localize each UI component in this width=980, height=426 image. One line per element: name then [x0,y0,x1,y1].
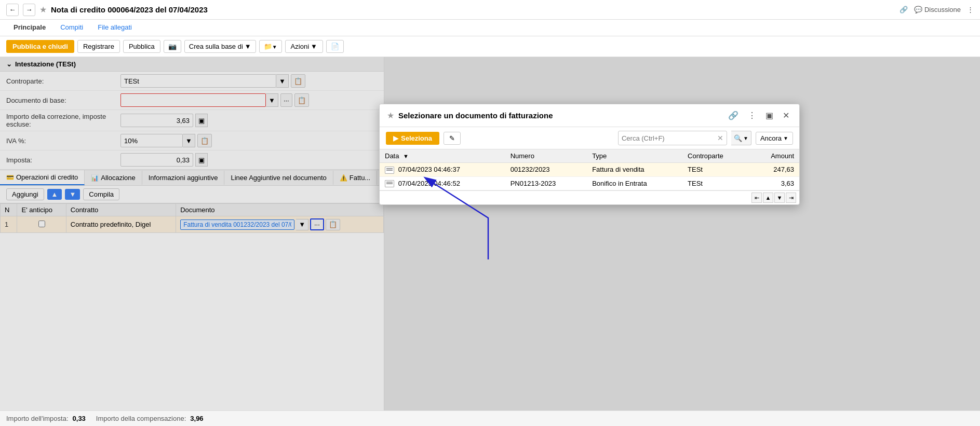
back-button[interactable]: ← [6,4,19,16]
modal-col-type[interactable]: Type [587,149,682,163]
modal-dialog: ★ Selezionare un documento di fatturazio… [379,104,800,205]
search-box: ✕ [618,131,727,145]
publish-close-button[interactable]: Pubblica e chiudi [6,40,74,53]
chevron-down-icon-2: ▼ [272,44,277,50]
discussion-button[interactable]: 💬 Discussione [914,6,961,13]
modal-cell-data-1: 07/04/2023 04:46:37 [380,163,505,177]
doc-icon-1 [385,167,394,174]
actions-button[interactable]: Azioni ▼ [285,40,323,53]
modal-col-amount[interactable]: Amount [750,149,799,163]
modal-col-numero[interactable]: Numero [505,149,587,163]
publish-button[interactable]: Pubblica [123,40,160,53]
search-icon: 🔍 [734,134,742,142]
compensazione-status-label: Importo della compensazione: [96,415,186,422]
modal-cell-type-2: Bonifico in Entrata [587,176,682,190]
modal-row-2[interactable]: 07/04/2023 04:46:52 PN01213-2023 Bonific… [380,176,799,190]
chevron-down-icon: ▼ [245,43,251,50]
doc-icon-button[interactable]: 📄 [326,40,344,53]
modal-link-button[interactable]: 🔗 [726,109,741,121]
modal-table: Data ▼ Numero Type Controparte Amount 07… [380,149,799,190]
importo-status-value: 0,33 [73,415,86,422]
compensazione-status: Importo della compensazione: 3,96 [96,415,204,422]
modal-cell-controparte-1: TESt [682,163,750,177]
chat-icon: 💬 [914,6,922,13]
modal-footer: ⇤ ▲ ▼ ⇥ [380,190,799,204]
more-icon[interactable]: ⋮ [967,6,974,13]
modal-col-data[interactable]: Data ▼ [380,149,505,163]
ancora-button[interactable]: Ancora ▼ [756,132,793,145]
tab-principale[interactable]: Principale [6,20,53,35]
select-icon: ▶ [393,134,398,142]
nav-tabs: Principale Compiti File allegati [0,20,980,36]
chevron-down-icon-3: ▼ [311,43,317,50]
top-bar: ← → ★ Nota di credito 000064/2023 del 07… [0,0,980,20]
forward-button[interactable]: → [23,4,35,16]
scroll-up-btn[interactable]: ▲ [763,193,773,203]
chevron-down-icon-ancora: ▼ [783,135,788,141]
main-toolbar: Pubblica e chiudi Registrare Pubblica 📷 … [0,36,980,57]
orange-icon-button[interactable]: 📷 [164,40,181,53]
modal-table-wrap: Data ▼ Numero Type Controparte Amount 07… [380,149,799,190]
tab-compiti[interactable]: Compiti [53,20,90,35]
link-icon[interactable]: 🔗 [900,6,908,13]
modal-header-actions: 🔗 ⋮ ▣ ✕ [726,109,792,121]
compensazione-status-value: 3,96 [190,415,203,422]
select-button[interactable]: ▶ Seleziona [386,132,439,145]
status-bar: Importo dell'imposta: 0,33 Importo della… [0,410,980,426]
search-dropdown-button[interactable]: 🔍 ▼ [731,131,751,145]
chevron-down-icon-search: ▼ [743,135,748,141]
scroll-bottom-btn[interactable]: ⇥ [786,193,796,203]
modal-cell-data-2: 07/04/2023 04:46:52 [380,176,505,190]
modal-cell-numero-1: 001232/2023 [505,163,587,177]
modal-maximize-button[interactable]: ▣ [763,109,776,121]
modal-cell-amount-2: 3,63 [750,176,799,190]
register-button[interactable]: Registrare [77,40,120,53]
modal-header: ★ Selezionare un documento di fatturazio… [380,104,799,127]
modal-close-button[interactable]: ✕ [780,109,792,121]
favorite-icon[interactable]: ★ [39,5,47,15]
top-right-actions: 🔗 💬 Discussione ⋮ [900,6,974,13]
tab-file-allegati[interactable]: File allegati [90,20,139,35]
modal-cell-controparte-2: TESt [682,176,750,190]
importo-status-label: Importo dell'imposta: [6,415,69,422]
modal-toolbar: ▶ Seleziona ✎ ✕ 🔍 ▼ Ancora ▼ [380,127,799,149]
modal-cell-numero-2: PN01213-2023 [505,176,587,190]
modal-cell-amount-1: 247,63 [750,163,799,177]
sort-icon-data: ▼ [403,153,409,159]
modal-row-1[interactable]: 07/04/2023 04:46:37 001232/2023 Fattura … [380,163,799,177]
doc-icon-2 [385,180,394,187]
modal-more-button[interactable]: ⋮ [745,109,759,121]
folder-button[interactable]: 📁▼ [259,40,282,53]
edit-button[interactable]: ✎ [444,132,461,145]
page-title: Nota di credito 000064/2023 del 07/04/20… [51,5,895,14]
search-clear-icon[interactable]: ✕ [717,134,723,142]
modal-star-icon[interactable]: ★ [387,111,394,120]
importo-status: Importo dell'imposta: 0,33 [6,415,86,422]
scroll-top-btn[interactable]: ⇤ [751,193,762,203]
scroll-down-btn[interactable]: ▼ [774,193,785,203]
create-base-button[interactable]: Crea sulla base di ▼ [184,40,256,53]
search-input[interactable] [622,134,715,142]
modal-col-controparte[interactable]: Controparte [682,149,750,163]
modal-cell-type-1: Fattura di vendita [587,163,682,177]
modal-title: Selezionare un documento di fatturazione [398,111,726,120]
